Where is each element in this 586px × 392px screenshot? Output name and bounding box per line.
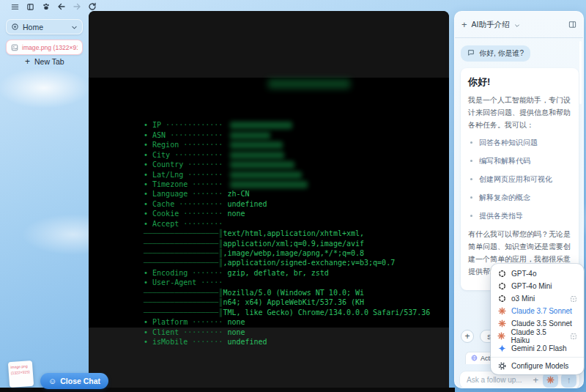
user-message-text: 你好, 你是谁? — [479, 48, 524, 59]
model-menu: GPT-4oGPT-4o Minio3 MiniClaude 3.7 Sonne… — [491, 264, 584, 374]
model-menu-item[interactable]: GPT-4o Mini — [491, 280, 584, 292]
chat-scrollbar[interactable] — [579, 41, 582, 104]
user-message-bubble: 你好, 你是谁? — [461, 45, 530, 62]
claude-icon — [497, 332, 506, 340]
sidebar-item-home[interactable]: Home — [6, 19, 83, 34]
assistant-bullet-list: 回答各种知识问题编写和解释代码创建网页应用和可视化解释复杂的概念提供各类指导 — [470, 137, 571, 222]
assistant-heading: 你好! — [468, 75, 571, 89]
terminal-line: • User-Agent ····· — [144, 278, 430, 287]
home-icon — [11, 21, 19, 34]
configure-models-item[interactable]: Configure Models — [491, 360, 584, 372]
openai-icon — [497, 282, 506, 290]
chat-title: AI助手介绍 — [472, 20, 510, 30]
claude-icon — [497, 307, 506, 315]
send-button[interactable]: ↑ — [561, 372, 576, 388]
redacted-value-blob — [230, 152, 284, 159]
terminal-line: ─────────────────║n64; x64) AppleWebKit/… — [144, 297, 430, 307]
image-file-icon — [11, 41, 18, 54]
image-tab-label: image.png (1322×915) — [22, 44, 78, 51]
new-tab-label: New Tab — [34, 57, 64, 66]
assistant-bullet: 提供各类指导 — [470, 210, 571, 222]
chevron-down-icon[interactable] — [71, 21, 78, 34]
attach-icon[interactable]: + — [531, 374, 540, 385]
panel-toggle-icon[interactable] — [568, 21, 576, 29]
back-icon[interactable] — [56, 2, 66, 12]
frame-icon — [570, 295, 577, 303]
claude-icon — [497, 319, 506, 328]
terminal-line: ─────────────────║TML, like Gecko) Chrom… — [144, 308, 430, 317]
image-viewer: • IP ············· • ASN ············ • … — [89, 11, 449, 392]
terminal-line: • Cache ·········· undefined — [144, 199, 430, 209]
forward-icon[interactable] — [72, 2, 81, 12]
close-chat-label: Close Chat — [60, 377, 100, 385]
drag-ghost-note: image.png (1322×915) — [8, 360, 34, 388]
model-menu-item[interactable]: o3 Mini — [491, 292, 584, 305]
new-chat-icon[interactable]: + — [461, 19, 467, 30]
terminal-line: • Language ······· zh-CN — [144, 189, 430, 199]
terminal-line: • Timezone ······· — [144, 180, 430, 189]
assistant-message-card: 你好! 我是一个人工智能助手，专门设计来回答问题、提供信息和帮助各种任务。我可以… — [461, 68, 579, 290]
window-icon[interactable] — [26, 2, 35, 12]
terminal-line: • Accept ········· — [144, 219, 430, 229]
redacted-value-blob — [230, 132, 270, 139]
terminal-line: ─────────────────║application/xml;q=0.9,… — [144, 239, 430, 248]
close-chat-button[interactable]: ☺ Close Chat — [40, 373, 108, 389]
terminal-line: • isMobile ······· undefined — [144, 337, 430, 347]
home-label: Home — [23, 23, 67, 32]
claude-icon — [546, 374, 555, 387]
assistant-bullet: 编写和解释代码 — [470, 155, 571, 167]
redacted-value-blob — [230, 122, 292, 129]
menu-divider — [491, 357, 584, 358]
chat-header: + AI助手介绍 — [455, 12, 583, 38]
model-menu-item[interactable]: Claude 3.5 Haiku — [491, 330, 584, 342]
model-menu-item[interactable]: Claude 3.7 Sonnet — [491, 305, 584, 317]
terminal-line: • Client ········· none — [144, 328, 430, 337]
terminal-line: • Encoding ······· gzip, deflate, br, zs… — [144, 268, 430, 278]
assistant-bullet: 回答各种知识问题 — [470, 137, 571, 149]
globe-icon — [471, 355, 478, 363]
redacted-value-blob — [230, 181, 308, 188]
redacted-value-blob — [230, 141, 283, 149]
chat-bubble-icon — [467, 49, 475, 58]
terminal-output: • IP ············· • ASN ············ • … — [144, 91, 430, 347]
model-menu-item[interactable]: GPT-4o — [491, 267, 584, 280]
frame-icon — [570, 333, 577, 340]
terminal-line: ─────────────────║,image/webp,image/apng… — [144, 248, 430, 258]
openai-icon — [497, 295, 506, 303]
add-suggestion-button[interactable]: + — [461, 330, 474, 343]
extension-icon[interactable] — [41, 2, 51, 12]
terminal-line: • IP ············· — [144, 120, 430, 130]
terminal-line: • ASN ············ — [144, 130, 430, 140]
redacted-value-blob — [230, 161, 294, 169]
sidebar-item-image-tab[interactable]: image.png (1322×915) — [6, 40, 83, 55]
terminal-line: • City ··········· — [144, 150, 430, 160]
drag-ghost-text: image.png (1322×915) — [10, 363, 31, 376]
smiley-icon: ☺ — [48, 377, 56, 385]
terminal-line: • Country ········ — [144, 160, 430, 169]
assistant-bullet: 创建网页应用和可视化 — [470, 174, 571, 185]
openai-icon — [497, 270, 506, 278]
send-arrow-icon: ↑ — [567, 375, 571, 385]
menu-icon[interactable] — [10, 2, 20, 12]
terminal-line: ─────────────────║text/html,application/… — [144, 229, 430, 238]
terminal-line: • Region ········· — [144, 140, 430, 149]
redacted-value-blob — [230, 171, 302, 179]
terminal-line: • Cookie ········· none — [144, 209, 430, 218]
reload-icon[interactable] — [87, 2, 97, 12]
chat-input[interactable] — [467, 376, 528, 384]
redacted-title-blob — [268, 79, 350, 89]
image-top-band — [89, 11, 449, 78]
model-selector-button[interactable] — [543, 372, 558, 388]
new-tab-button[interactable]: + New Tab — [25, 57, 64, 66]
terminal-line: • Platform ······· none — [144, 317, 430, 327]
app-window: Home image.png (1322×915) + New Tab • IP… — [0, 0, 586, 392]
terminal-line: ─────────────────║,application/signed-ex… — [144, 258, 430, 267]
plus-icon: + — [25, 57, 30, 66]
browser-toolbar — [10, 1, 97, 12]
terminal-line: • Lat/Lng ········ — [144, 170, 430, 180]
model-menu-item[interactable]: Gemini 2.0 Flash — [491, 342, 584, 355]
chevron-down-icon[interactable] — [514, 18, 520, 32]
assistant-bullet: 解释复杂的概念 — [470, 192, 571, 204]
terminal-line: ─────────────────║Mozilla/5.0 (Windows N… — [144, 288, 430, 297]
assistant-intro: 我是一个人工智能助手，专门设计来回答问题、提供信息和帮助各种任务。我可以： — [468, 95, 571, 131]
